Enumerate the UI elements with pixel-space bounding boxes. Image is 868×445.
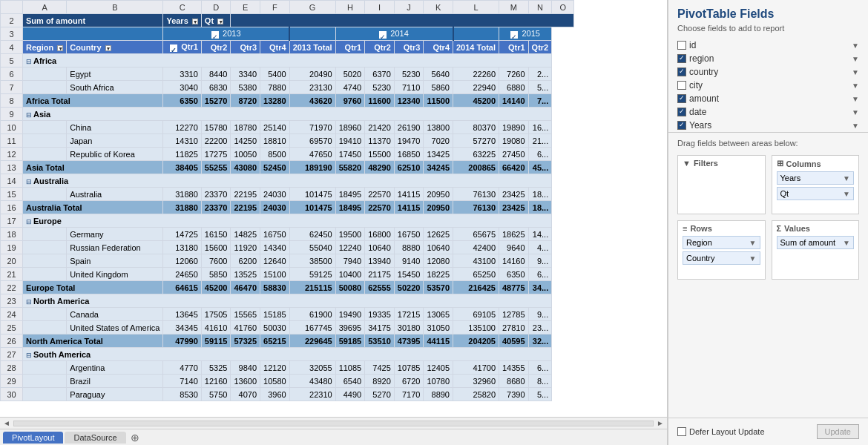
col-E: E: [231, 1, 260, 14]
field-dropdown-id[interactable]: ▼: [852, 42, 859, 50]
pivot-areas: Drag fields between areas below: ▼ Filte…: [668, 133, 868, 418]
table-row: 19 Russian Federation 13180 15600 11920 …: [1, 241, 574, 254]
defer-checkbox[interactable]: [677, 427, 686, 436]
aus-arrow[interactable]: ⊟: [26, 178, 32, 185]
sum-amount-dropdown-icon[interactable]: ▼: [843, 239, 850, 247]
table-row: 23 ⊟North America: [1, 294, 574, 308]
table-row: 14 ⊟Australia: [1, 174, 574, 188]
table-row: 30 Paraguay 8530 5750 4070 3960 22310 44…: [1, 388, 574, 401]
qtr3-2013-header: Qtr3: [231, 41, 260, 54]
scroll-left-btn[interactable]: ◄: [3, 419, 10, 427]
tab-datasource[interactable]: DataSource: [65, 432, 125, 444]
qtr4-2014-header: Qtr4: [424, 41, 453, 54]
field-checkbox-id[interactable]: [677, 41, 686, 50]
defer-layout-label[interactable]: Defer Layout Update: [677, 427, 765, 436]
qt-dropdown-icon[interactable]: ▼: [843, 190, 850, 198]
qtr1-2013-header: ✓ Qtr1: [163, 41, 201, 54]
row-item-region[interactable]: Region ▼: [683, 236, 760, 249]
field-checkbox-date[interactable]: [677, 108, 686, 116]
table-row: 20 Spain 12060 7600 6200 12640 38500 794…: [1, 254, 574, 268]
table-row: 13 Asia Total 38405 55255 43080 52450 18…: [1, 161, 574, 174]
qt-filter-cell[interactable]: Qt ▼: [201, 14, 231, 27]
table-row: 6 Egypt 3310 8440 3340 5400 20490 5020 6…: [1, 67, 574, 81]
col-I: I: [365, 1, 395, 14]
field-checkbox-amount[interactable]: [677, 94, 686, 103]
total-2014-header-cell: [453, 27, 499, 41]
eur-arrow[interactable]: ⊟: [26, 218, 32, 225]
table-row: 28 Argentina 4770 5325 9840 12120 32055 …: [1, 361, 574, 375]
table-row: 9 ⊟Asia: [1, 108, 574, 121]
columns-title: ⊞ Columns: [777, 159, 855, 168]
field-item-date: date ▼: [677, 105, 859, 119]
total-2013-header-cell: [289, 27, 335, 41]
panel-footer: Defer Layout Update Update: [668, 418, 868, 445]
values-title: Σ Values: [777, 224, 855, 233]
region-filter-icon[interactable]: ▼: [57, 45, 63, 51]
year-2014-checkbox[interactable]: ✓: [379, 31, 387, 39]
tab-pivotlayout[interactable]: PivotLayout: [3, 432, 63, 444]
year-2015-checkbox[interactable]: ✓: [510, 31, 518, 39]
field-dropdown-date[interactable]: ▼: [852, 108, 859, 116]
field-name-region: region: [689, 53, 714, 64]
years-filter-cell[interactable]: Years ▼: [163, 14, 201, 27]
column-item-years[interactable]: Years ▼: [777, 171, 855, 185]
column-item-qt[interactable]: Qt ▼: [777, 187, 855, 200]
country-dropdown-icon[interactable]: ▼: [749, 254, 757, 263]
field-item-region: region ▼: [677, 52, 859, 65]
region-cell: [23, 67, 67, 81]
qt-filter-icon[interactable]: ▼: [217, 19, 223, 24]
country-col-header: Country ▼: [67, 41, 163, 54]
country-filter-icon[interactable]: ▼: [105, 45, 111, 51]
qtr1-2014-header: Qtr1: [335, 41, 365, 54]
table-row: 16 Australia Total 31880 23370 22195 240…: [1, 201, 574, 214]
scroll-track[interactable]: [13, 421, 654, 426]
region-dropdown-icon[interactable]: ▼: [749, 239, 757, 247]
asia-arrow[interactable]: ⊟: [26, 111, 32, 119]
col-H: H: [335, 1, 365, 14]
table-row: 11 Japan 14310 22200 14250 18810 69570 1…: [1, 134, 574, 148]
africa-arrow[interactable]: ⊟: [26, 58, 32, 65]
field-checkbox-city[interactable]: [677, 81, 686, 90]
add-sheet-button[interactable]: ⊕: [128, 432, 142, 444]
years-filter-icon[interactable]: ▼: [192, 19, 198, 24]
field-checkbox-years[interactable]: [677, 121, 686, 130]
years-dropdown-icon[interactable]: ▼: [843, 174, 850, 182]
field-dropdown-country[interactable]: ▼: [852, 68, 859, 76]
qtr2-2015-header: Qtr2: [528, 41, 552, 54]
empty-3: [23, 27, 163, 41]
field-checkbox-country[interactable]: [677, 67, 686, 76]
table-row: 15 Australia 31880 23370 22195 24030 101…: [1, 188, 574, 201]
qtr3-2014-header: Qtr3: [394, 41, 424, 54]
col-L: L: [453, 1, 499, 14]
year-2013-header: ✓ 2013: [163, 27, 289, 41]
row-3-num: 3: [1, 27, 23, 41]
filters-title: ▼ Filters: [683, 159, 760, 168]
value-item-sum-amount[interactable]: Sum of amount ▼: [777, 236, 855, 249]
field-dropdown-region[interactable]: ▼: [852, 55, 859, 63]
field-item-city: city ▼: [677, 79, 859, 92]
field-item-country: country ▼: [677, 65, 859, 79]
scroll-right-btn[interactable]: ►: [657, 419, 664, 427]
filter-icon: ▼: [683, 159, 691, 168]
sa-arrow[interactable]: ⊟: [26, 352, 32, 359]
field-dropdown-city[interactable]: ▼: [852, 82, 859, 90]
years-label: Years: [166, 16, 188, 25]
field-name-city: city: [689, 80, 703, 90]
horizontal-scrollbar[interactable]: ◄ ►: [0, 417, 667, 429]
year-2013-checkbox[interactable]: ✓: [211, 31, 219, 39]
update-button[interactable]: Update: [817, 424, 859, 439]
field-checkbox-region[interactable]: [677, 54, 686, 63]
col-M: M: [499, 1, 529, 14]
sum-label: Sum of amount: [23, 14, 163, 27]
sheet-tab-bar: PivotLayout DataSource ⊕: [0, 429, 667, 445]
field-dropdown-years[interactable]: ▼: [852, 122, 859, 130]
row-item-country[interactable]: Country ▼: [683, 251, 760, 265]
row-4-num: 4: [1, 41, 23, 54]
field-dropdown-amount[interactable]: ▼: [852, 95, 859, 103]
total-2013-col: 2013 Total: [289, 41, 335, 54]
col-F: F: [260, 1, 290, 14]
table-row: 21 United Kingdom 24650 5850 13525 15100…: [1, 268, 574, 281]
qtr1-2015-header: Qtr1: [499, 41, 529, 54]
country-cell: Egypt: [67, 67, 163, 81]
na-arrow[interactable]: ⊟: [26, 298, 32, 306]
